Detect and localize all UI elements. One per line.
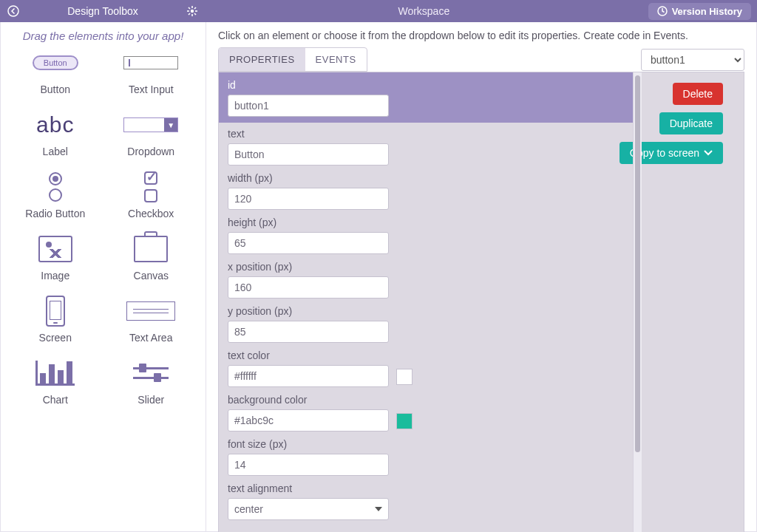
- y-input[interactable]: [228, 321, 389, 343]
- clock-icon: [657, 6, 668, 16]
- svg-point-0: [8, 6, 18, 16]
- palette-label: Checkbox: [128, 208, 174, 219]
- text-alignment-select[interactable]: center: [228, 498, 389, 520]
- field-font-size: font size (px): [219, 433, 633, 477]
- delete-button[interactable]: Delete: [673, 83, 723, 105]
- field-background-color: background color: [219, 389, 633, 433]
- checkbox-icon: [144, 171, 157, 202]
- id-input[interactable]: [228, 95, 389, 117]
- font-size-input[interactable]: [228, 454, 389, 476]
- text-color-input[interactable]: [228, 365, 389, 387]
- field-text-color: text color: [219, 344, 633, 389]
- element-selector[interactable]: button1: [641, 49, 744, 71]
- svg-line-6: [189, 7, 190, 9]
- palette-chart[interactable]: Chart: [11, 357, 100, 406]
- text-color-swatch[interactable]: [396, 369, 413, 385]
- palette: Button Button Text Input abc Label ▼ Dro…: [1, 47, 206, 420]
- palette-checkbox[interactable]: Checkbox: [107, 171, 196, 219]
- x-input[interactable]: [228, 276, 389, 299]
- palette-label: Radio Button: [25, 208, 85, 219]
- image-icon: [38, 236, 72, 262]
- version-history-button[interactable]: Version History: [648, 3, 751, 20]
- tab-properties[interactable]: PROPERTIES: [219, 48, 305, 71]
- field-width: width (px): [219, 167, 633, 211]
- titlebar: Design Toolbox Workspace Version History: [0, 0, 757, 22]
- chart-icon: [35, 361, 75, 386]
- palette-label: Chart: [43, 394, 68, 406]
- palette-dropdown[interactable]: ▼ Dropdown: [107, 109, 196, 157]
- palette-text-input[interactable]: Text Input: [107, 47, 196, 95]
- text-input-icon: [123, 56, 178, 69]
- field-label: id: [228, 79, 236, 91]
- palette-screen[interactable]: Screen: [11, 295, 100, 344]
- slider-icon: [133, 367, 169, 379]
- label-icon: abc: [36, 112, 74, 137]
- chevron-down-icon: [704, 150, 713, 156]
- palette-label: Slider: [138, 394, 164, 406]
- field-label: text alignment: [228, 482, 292, 494]
- field-id: id: [219, 72, 633, 123]
- field-label: y position (px): [228, 305, 292, 317]
- height-input[interactable]: [228, 232, 389, 254]
- field-label: height (px): [228, 216, 276, 228]
- palette-label: Dropdown: [127, 146, 174, 157]
- palette-label: Canvas: [134, 270, 169, 282]
- svg-point-1: [191, 10, 194, 13]
- field-y: y position (px): [219, 300, 633, 344]
- svg-line-7: [194, 13, 196, 15]
- field-text: text: [219, 123, 633, 167]
- tab-events[interactable]: EVENTS: [305, 48, 367, 71]
- toolbox-hint: Drag the elements into your app!: [1, 22, 206, 47]
- palette-label: Label: [43, 146, 68, 157]
- palette-label: Image: [41, 270, 69, 282]
- version-history-label: Version History: [672, 6, 742, 17]
- textarea-icon: [126, 301, 175, 321]
- gear-icon[interactable]: [186, 5, 198, 17]
- field-height: height (px): [219, 211, 633, 256]
- svg-line-8: [194, 7, 196, 9]
- workspace-title: Workspace: [206, 0, 642, 22]
- canvas-icon: [134, 236, 168, 262]
- back-icon[interactable]: [7, 5, 19, 17]
- palette-label: Text Area: [129, 332, 172, 344]
- properties-panel: id text width (px) height (px) x positio: [219, 72, 633, 532]
- workspace-instruction: Click on an element or choose it from th…: [206, 22, 756, 47]
- screen-icon: [46, 296, 65, 327]
- palette-button[interactable]: Button Button: [11, 47, 100, 95]
- background-color-input[interactable]: [228, 409, 389, 432]
- palette-canvas[interactable]: Canvas: [107, 233, 196, 282]
- field-label: x position (px): [228, 261, 292, 273]
- field-text-alignment: text alignment center: [219, 477, 633, 522]
- palette-image[interactable]: Image: [11, 233, 100, 282]
- palette-label: Text Input: [129, 83, 174, 95]
- svg-line-9: [189, 13, 190, 15]
- palette-textarea[interactable]: Text Area: [107, 295, 196, 344]
- design-toolbox: Drag the elements into your app! Button …: [1, 22, 206, 531]
- palette-label: Screen: [39, 332, 72, 344]
- field-x: x position (px): [219, 256, 633, 300]
- duplicate-button[interactable]: Duplicate: [659, 112, 723, 134]
- field-label: width (px): [228, 172, 273, 184]
- properties-scrollbar[interactable]: [633, 72, 642, 532]
- field-label: text: [228, 128, 245, 140]
- palette-slider[interactable]: Slider: [107, 357, 196, 406]
- field-label: font size (px): [228, 438, 287, 450]
- width-input[interactable]: [228, 188, 389, 210]
- palette-label[interactable]: abc Label: [11, 109, 100, 157]
- property-tabs: PROPERTIES EVENTS: [218, 47, 367, 72]
- radio-icon: [49, 172, 62, 202]
- dropdown-icon: ▼: [123, 117, 178, 132]
- palette-radio[interactable]: Radio Button: [11, 171, 100, 219]
- field-label: text color: [228, 349, 270, 361]
- toolbox-title: Design Toolbox: [25, 5, 180, 17]
- button-icon: Button: [33, 55, 78, 70]
- palette-label: Button: [41, 83, 70, 95]
- background-color-swatch[interactable]: [396, 413, 413, 429]
- workspace: Click on an element or choose it from th…: [206, 22, 756, 531]
- text-input[interactable]: [228, 143, 389, 166]
- field-label: background color: [228, 394, 307, 406]
